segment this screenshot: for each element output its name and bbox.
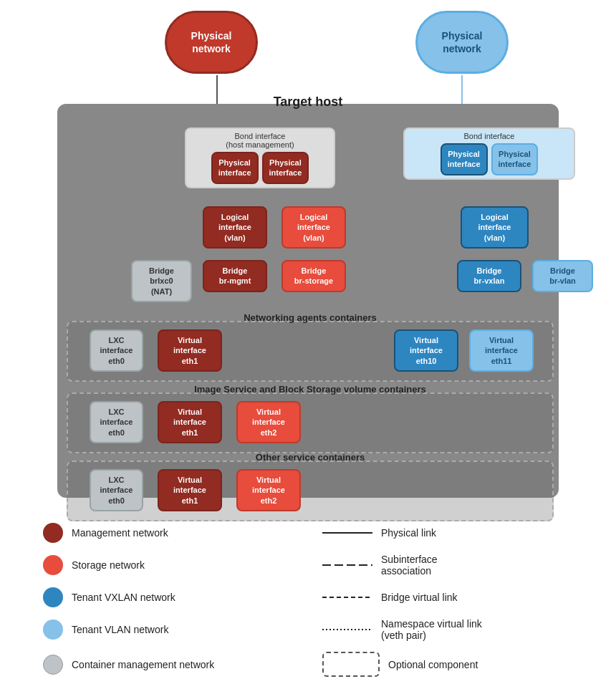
legend-subinterface: Subinterfaceassociation [322,554,573,577]
legend-physical-link: Physical link [322,523,573,543]
net-virt-eth1: Virtualinterfaceeth1 [158,329,222,372]
bond-right-label: Bond interface [408,132,571,140]
legend-physical-link-label: Physical link [381,527,436,539]
legend-bridge-virtual-line [322,592,372,603]
logical-iface-left2: Logicalinterface(vlan) [281,206,346,249]
legend-vxlan-label: Tenant VXLAN network [72,592,175,603]
legend-subinterface-label: Subinterfaceassociation [381,554,438,577]
legend-subinterface-line [322,559,372,571]
net-virt-eth11: Virtualinterfaceeth11 [469,329,534,372]
img-lxc-eth0: LXCinterfaceeth0 [90,401,143,443]
img-virt-eth1: Virtualinterfaceeth1 [158,401,222,443]
bond-right-interfaces: Physicalinterface Physicalinterface [408,143,571,175]
other-lxc-eth0: LXCinterfaceeth0 [90,469,143,511]
legend-management-circle [43,523,63,543]
bond-left-iface1: Physicalinterface [211,152,259,184]
legend-area: Management network Physical link Storage… [0,509,616,691]
logical-iface-right: Logicalinterface(vlan) [461,206,529,249]
bond-left-iface2: Physicalinterface [262,152,309,184]
image-service-section: Image Service and Block Storage volume c… [67,392,554,453]
legend-management-label: Management network [72,527,168,539]
legend-management: Management network [43,523,294,543]
networking-agents-section: Networking agents containers LXCinterfac… [67,321,554,382]
legend-optional-label: Optional component [388,659,478,670]
legend-vxlan-circle [43,587,63,607]
cloud-right-label: Physical network [442,29,483,55]
legend-vlan: Tenant VLAN network [43,618,294,641]
bridge-br-storage: Bridgebr-storage [281,260,346,292]
legend-physical-line [322,527,372,539]
legend-namespace-virtual-line [322,624,372,635]
legend-storage: Storage network [43,554,294,577]
net-virt-eth10: Virtualinterfaceeth10 [394,329,458,372]
diagram-area: Physical network Physical network Target… [0,0,616,509]
networking-agents-label: Networking agents containers [244,312,377,323]
other-service-label: Other service containers [256,452,365,463]
bridge-br-vlan: Bridgebr-vlan [532,260,593,292]
bond-right-iface2: Physicalinterface [491,143,539,175]
logical-iface-left1: Logicalinterface(vlan) [203,206,267,249]
legend-optional-box [322,652,380,677]
legend-container-mgmt-circle [43,655,63,675]
bridge-brlxc0: Bridgebrlxc0(NAT) [131,260,192,302]
legend-vlan-circle [43,620,63,640]
bond-left-label: Bond interface(host management) [189,132,331,149]
bridge-br-vxlan: Bridgebr-vxlan [457,260,521,292]
legend-namespace-virtual: Namespace virtual link(veth pair) [322,618,573,641]
bridge-br-mgmt: Bridgebr-mgmt [203,260,267,292]
other-virt-eth1: Virtualinterfaceeth1 [158,469,222,511]
image-service-label: Image Service and Block Storage volume c… [194,384,426,395]
bond-left-interfaces: Physicalinterface Physicalinterface [189,152,331,184]
legend-bridge-virtual: Bridge virtual link [322,587,573,607]
net-lxc-eth0: LXCinterfaceeth0 [90,329,143,372]
bond-left-box: Bond interface(host management) Physical… [185,127,335,188]
cloud-left: Physical network [165,11,258,74]
legend-container-mgmt-label: Container management network [72,659,214,670]
target-host-label: Target host [274,95,343,110]
bond-right-iface1: Physicalinterface [441,143,488,175]
cloud-left-label: Physical network [191,29,232,55]
bond-right-box: Bond interface Physicalinterface Physica… [403,127,575,180]
legend-bridge-virtual-label: Bridge virtual link [381,592,458,603]
legend-optional: Optional component [322,652,573,677]
other-virt-eth2: Virtualinterfaceeth2 [236,469,301,511]
cloud-right: Physical network [415,11,509,74]
other-service-section: Other service containers LXCinterfaceeth… [67,461,554,521]
legend-vxlan: Tenant VXLAN network [43,587,294,607]
img-virt-eth2: Virtualinterfaceeth2 [236,401,301,443]
target-host-box: Target host Bond interface(host manageme… [57,104,559,498]
legend-container-mgmt: Container management network [43,652,294,677]
legend-storage-circle [43,555,63,575]
legend-vlan-label: Tenant VLAN network [72,624,168,635]
legend-storage-label: Storage network [72,559,145,571]
legend-namespace-virtual-label: Namespace virtual link(veth pair) [381,618,482,641]
